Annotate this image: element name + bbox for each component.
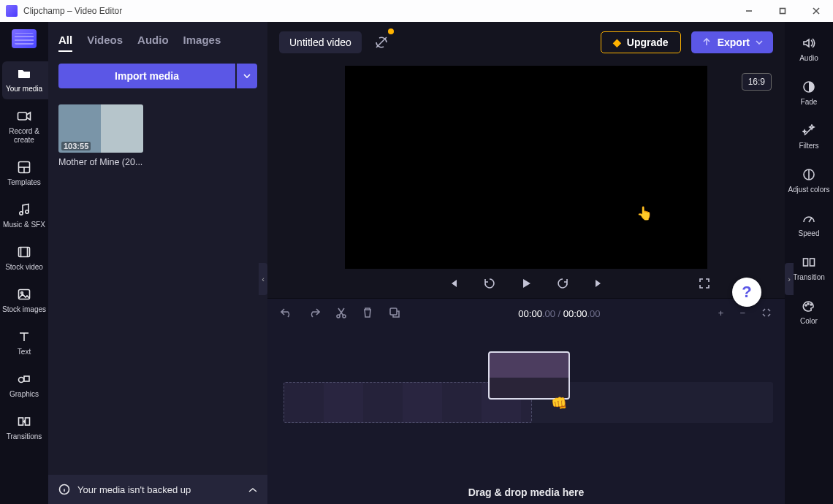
camera-icon [0,108,48,124]
rail-label: Speed [785,229,833,238]
grab-cursor-icon: 👊 [551,395,567,411]
rail-record-create[interactable]: Record & create [0,104,48,150]
gauge-icon [785,210,833,226]
rail-label: Stock images [0,305,48,314]
backup-warning-text: Your media isn't backed up [77,484,191,495]
backup-warning-bar[interactable]: Your media isn't backed up [48,475,267,504]
delete-button[interactable] [362,307,373,321]
zoom-in-button[interactable]: + [718,308,724,320]
tab-audio[interactable]: Audio [137,34,169,52]
zoom-out-button[interactable]: − [739,308,745,320]
media-name: Mother of Mine (20... [58,157,143,167]
rail-stock-images[interactable]: Stock images [0,282,48,320]
rail-transitions[interactable]: Transitions [0,409,48,447]
tab-images[interactable]: Images [183,34,221,52]
svg-point-26 [343,315,346,318]
dragging-clip[interactable] [488,351,570,400]
shapes-icon [0,371,48,387]
media-thumbnail[interactable]: 103:55 Mother of Mine (20... [58,104,143,167]
info-icon [58,484,70,495]
rail-label: Filters [785,142,833,150]
prop-audio[interactable]: Audio [785,32,833,66]
undo-button[interactable] [281,308,292,320]
help-button[interactable]: ? [732,278,761,307]
aspect-ratio-selector[interactable]: 16:9 [742,73,772,91]
maximize-button[interactable] [766,0,799,22]
svg-rect-32 [810,259,815,266]
svg-point-25 [337,315,340,318]
seek-start-button[interactable] [446,276,460,291]
prop-adjust-colors[interactable]: Adjust colors [785,164,833,197]
svg-point-17 [19,378,24,383]
palette-icon [785,298,833,314]
center-area: ‹ › Untitled video ◆ Upgrade Export 16:9… [267,22,785,504]
tab-all[interactable]: All [58,34,72,52]
export-button[interactable]: Export [691,31,773,53]
no-sync-icon[interactable] [372,33,391,52]
filmstrip-icon [0,244,48,260]
fullscreen-button[interactable] [697,276,712,291]
window-titlebar: Clipchamp – Video Editor [0,0,833,22]
rail-label: Transitions [0,432,48,441]
rail-your-media[interactable]: Your media [2,61,50,99]
media-type-tabs: All Videos Audio Images [58,34,257,52]
wand-icon [785,123,833,139]
collapse-right-handle[interactable]: › [785,263,794,295]
tab-videos[interactable]: Videos [87,34,123,52]
play-button[interactable] [519,276,533,291]
collapse-panel-handle[interactable]: ‹ [259,263,267,295]
upgrade-label: Upgrade [627,37,669,48]
rail-graphics[interactable]: Graphics [0,367,48,405]
svg-point-8 [20,212,23,215]
clipchamp-logo-icon [12,29,37,48]
timeline: 00:00.00 / 00:00.00 + − 👊 Drag & drop me… [267,298,785,504]
svg-rect-13 [19,290,30,299]
rail-templates[interactable]: Templates [0,155,48,193]
clipchamp-app-icon [6,5,18,17]
gem-icon: ◆ [613,37,621,48]
forward-button[interactable] [555,276,570,291]
editor-topbar: Untitled video ◆ Upgrade Export [267,22,785,63]
rail-text[interactable]: Text [0,324,48,362]
svg-point-33 [805,305,807,306]
svg-rect-19 [19,418,23,425]
video-title-input[interactable]: Untitled video [279,31,362,53]
playhead-time: 00:00.00 / 00:00.00 [518,308,600,319]
video-preview[interactable] [345,66,707,269]
left-nav-rail: Your media Record & create Templates Mus… [0,22,48,504]
contrast-icon [785,167,833,183]
import-media-button[interactable]: Import media [58,64,235,88]
text-icon [0,329,48,345]
svg-rect-27 [390,308,397,315]
minimize-button[interactable] [732,0,766,22]
rail-label: Fade [785,98,833,107]
rail-music-sfx[interactable]: Music & SFX [0,197,48,235]
split-button[interactable] [336,307,346,321]
close-button[interactable] [799,0,833,22]
duplicate-button[interactable] [389,307,400,321]
zoom-fit-button[interactable] [761,308,772,320]
svg-rect-20 [26,418,30,425]
rewind-button[interactable] [482,276,497,291]
import-media-dropdown[interactable] [237,64,257,88]
upgrade-button[interactable]: ◆ Upgrade [601,31,681,53]
seek-end-button[interactable] [592,276,606,291]
prop-speed[interactable]: Speed [785,207,833,241]
redo-button[interactable] [308,308,320,320]
timeline-tracks[interactable]: 👊 Drag & drop media here [267,328,785,504]
rail-label: Graphics [0,390,48,399]
rail-label: Music & SFX [0,221,48,229]
rail-stock-video[interactable]: Stock video [0,240,48,278]
export-label: Export [718,37,750,48]
prop-fade[interactable]: Fade [785,76,833,110]
prop-filters[interactable]: Filters [785,120,833,153]
prop-color[interactable]: Color [785,295,833,329]
fade-icon [785,79,833,95]
svg-rect-1 [780,9,786,14]
speaker-icon [785,35,833,51]
rail-label: Stock video [0,263,48,272]
media-panel: All Videos Audio Images Import media 103… [48,22,267,504]
timeline-toolbar: 00:00.00 / 00:00.00 + − [267,299,785,328]
window-title: Clipchamp – Video Editor [23,6,122,16]
transition-icon [0,413,48,429]
